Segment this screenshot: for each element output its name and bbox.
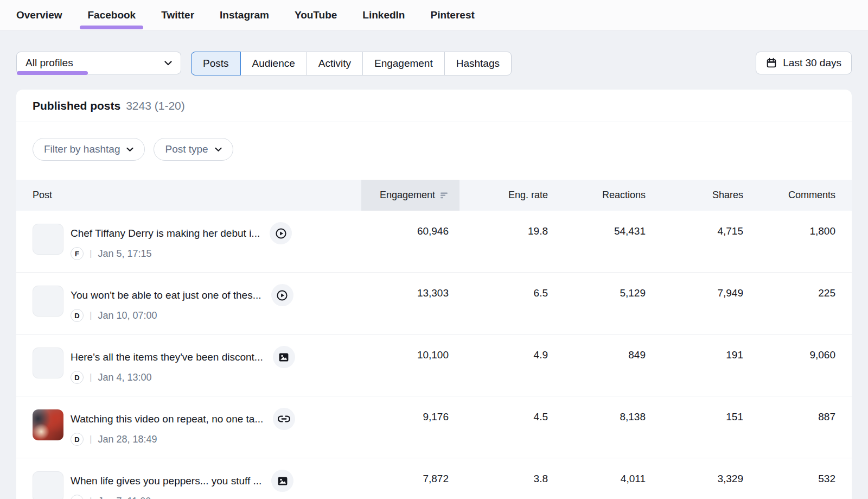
comments-value: 9,060 [743, 346, 835, 361]
post-type-label: Post type [165, 143, 208, 155]
profiles-select-value: All profiles [25, 57, 73, 69]
post-cell: Watching this video on repeat, no one ta… [33, 408, 361, 446]
eng-rate-value: 6.5 [459, 284, 548, 299]
published-posts-panel: Published posts 3243 (1-20) Filter by ha… [16, 90, 852, 499]
comments-value: 1,800 [743, 222, 835, 237]
tab-youtube[interactable]: YouTube [295, 0, 337, 30]
tab-pinterest[interactable]: Pinterest [430, 0, 474, 30]
chevron-down-icon [164, 61, 172, 66]
post-title[interactable]: Chef Tiffany Derry is making her debut i… [71, 228, 260, 239]
reactions-value: 849 [548, 346, 646, 361]
tab-instagram[interactable]: Instagram [220, 0, 269, 30]
column-header-reactions[interactable]: Reactions [548, 180, 646, 211]
eng-rate-value: 3.8 [459, 470, 548, 485]
column-header-comments[interactable]: Comments [743, 180, 835, 211]
engagement-value: 10,100 [361, 346, 459, 361]
play-icon [275, 228, 287, 239]
view-tab-activity[interactable]: Activity [307, 52, 362, 75]
sort-descending-icon [440, 191, 449, 199]
column-header-engagement[interactable]: Engagement [361, 180, 459, 211]
post-media-type-icon[interactable] [270, 222, 292, 244]
post-thumbnail[interactable] [33, 224, 63, 255]
tab-facebook[interactable]: Facebook [88, 0, 136, 30]
tab-overview[interactable]: Overview [16, 0, 62, 30]
post-thumbnail[interactable] [33, 471, 63, 499]
shares-value: 4,715 [646, 222, 743, 237]
profiles-select[interactable]: All profiles [16, 52, 181, 74]
post-title[interactable]: You won't be able to eat just one of the… [71, 289, 261, 301]
toolbar: All profiles Posts Audience Activity Eng… [16, 52, 852, 75]
table-row: Chef Tiffany Derry is making her debut i… [16, 211, 852, 273]
filters-row: Filter by hashtag Post type [16, 122, 852, 180]
reactions-value: 54,431 [548, 222, 646, 237]
profile-badge: D [71, 309, 84, 322]
engagement-value: 13,303 [361, 284, 459, 299]
post-title[interactable]: When life gives you peppers... you stuff… [71, 475, 261, 487]
panel-count: 3243 (1-20) [126, 99, 185, 112]
post-date: Jan 7, 11:00 [98, 496, 151, 499]
table-row: Here's all the items they've been discon… [16, 334, 852, 396]
view-tabs: Posts Audience Activity Engagement Hasht… [191, 52, 512, 75]
post-media-type-icon[interactable] [271, 470, 293, 492]
meta-separator: | [90, 310, 92, 321]
comments-value: 225 [743, 284, 835, 299]
reactions-value: 8,138 [548, 408, 646, 423]
post-thumbnail[interactable] [33, 286, 63, 317]
date-range-label: Last 30 days [783, 57, 841, 69]
date-range-button[interactable]: Last 30 days [756, 52, 852, 74]
image-icon [278, 351, 290, 363]
chevron-down-icon [126, 147, 133, 152]
post-media-type-icon[interactable] [273, 346, 295, 368]
profile-badge: D [71, 495, 84, 499]
social-network-tabs: Overview Facebook Twitter Instagram YouT… [0, 0, 868, 31]
post-date: Jan 28, 18:49 [98, 434, 157, 445]
view-tab-engagement[interactable]: Engagement [362, 52, 444, 75]
post-date: Jan 5, 17:15 [98, 248, 151, 260]
chevron-down-icon [215, 147, 222, 152]
view-tab-hashtags[interactable]: Hashtags [444, 52, 511, 75]
calendar-icon [766, 58, 777, 68]
engagement-value: 7,872 [361, 470, 459, 485]
shares-value: 191 [646, 346, 743, 361]
meta-separator: | [90, 434, 92, 445]
column-header-post: Post [33, 180, 361, 211]
shares-value: 151 [646, 408, 743, 423]
post-cell: When life gives you peppers... you stuff… [33, 470, 361, 499]
view-tab-posts[interactable]: Posts [191, 52, 241, 75]
table-row: Watching this video on repeat, no one ta… [16, 396, 852, 458]
tab-twitter[interactable]: Twitter [161, 0, 194, 30]
shares-value: 3,329 [646, 470, 743, 485]
post-title[interactable]: Here's all the items they've been discon… [71, 351, 263, 363]
post-cell: Here's all the items they've been discon… [33, 346, 361, 384]
view-tab-audience[interactable]: Audience [241, 52, 307, 75]
engagement-value: 60,946 [361, 222, 459, 237]
post-title[interactable]: Watching this video on repeat, no one ta… [71, 413, 263, 425]
post-thumbnail[interactable] [33, 348, 63, 378]
comments-value: 887 [743, 408, 835, 423]
meta-separator: | [90, 496, 92, 499]
reactions-value: 4,011 [548, 470, 646, 485]
post-cell: Chef Tiffany Derry is making her debut i… [33, 222, 361, 260]
link-icon [278, 413, 290, 425]
engagement-value: 9,176 [361, 408, 459, 423]
meta-separator: | [90, 372, 92, 383]
table-row: You won't be able to eat just one of the… [16, 273, 852, 334]
filter-by-hashtag-dropdown[interactable]: Filter by hashtag [33, 138, 145, 161]
meta-separator: | [90, 248, 92, 259]
profile-badge: D [71, 433, 84, 446]
post-thumbnail[interactable] [33, 409, 63, 440]
post-type-dropdown[interactable]: Post type [154, 138, 233, 161]
column-header-eng-rate[interactable]: Eng. rate [459, 180, 548, 211]
panel-title: Published posts [33, 99, 120, 112]
tab-linkedin[interactable]: LinkedIn [362, 0, 405, 30]
eng-rate-value: 4.5 [459, 408, 548, 423]
post-media-type-icon[interactable] [273, 408, 295, 430]
profile-badge: D [71, 371, 84, 384]
post-cell: You won't be able to eat just one of the… [33, 284, 361, 322]
eng-rate-value: 19.8 [459, 222, 548, 237]
post-media-type-icon[interactable] [271, 284, 293, 306]
column-header-shares[interactable]: Shares [646, 180, 743, 211]
filter-by-hashtag-label: Filter by hashtag [44, 143, 120, 155]
comments-value: 532 [743, 470, 835, 485]
post-date: Jan 10, 07:00 [98, 310, 157, 321]
